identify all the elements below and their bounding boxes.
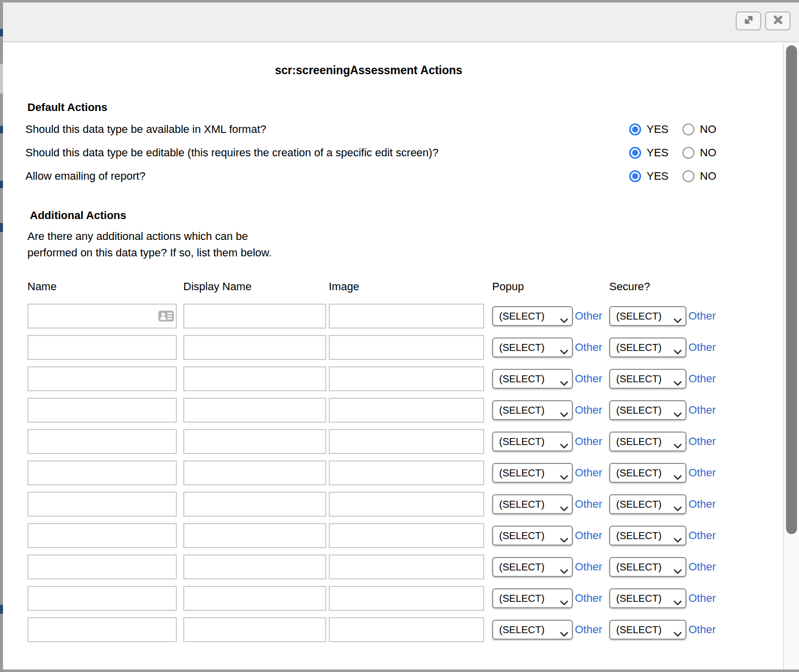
display-name-input[interactable] bbox=[183, 335, 326, 360]
secure-other-link[interactable]: Other bbox=[688, 498, 716, 511]
secure-other-link[interactable]: Other bbox=[688, 466, 716, 479]
secure-select[interactable]: (SELECT) bbox=[609, 526, 686, 546]
image-cell bbox=[329, 523, 484, 548]
secure-select[interactable]: (SELECT) bbox=[609, 557, 686, 577]
image-input[interactable] bbox=[329, 460, 484, 485]
image-input[interactable] bbox=[329, 555, 484, 579]
popup-select[interactable]: (SELECT) bbox=[492, 526, 573, 546]
name-input[interactable] bbox=[27, 366, 177, 391]
secure-select[interactable]: (SELECT) bbox=[609, 588, 686, 608]
display-name-input[interactable] bbox=[183, 523, 326, 548]
scrollbar-track[interactable] bbox=[783, 43, 799, 670]
popup-other-link[interactable]: Other bbox=[575, 498, 602, 511]
popup-other-link[interactable]: Other bbox=[575, 372, 602, 385]
name-input[interactable] bbox=[27, 586, 177, 611]
popup-select[interactable]: (SELECT) bbox=[492, 463, 573, 483]
close-button[interactable] bbox=[765, 11, 791, 30]
dialog-body: scr:screeningAssessment Actions Default … bbox=[3, 43, 799, 670]
display-name-input[interactable] bbox=[183, 366, 326, 391]
secure-select[interactable]: (SELECT) bbox=[609, 369, 686, 389]
image-input[interactable] bbox=[329, 617, 484, 642]
popup-other-link[interactable]: Other bbox=[575, 466, 602, 479]
table-row: (SELECT) Other (SELECT) Other bbox=[27, 492, 734, 517]
popup-select[interactable]: (SELECT) bbox=[492, 620, 573, 640]
radio-no[interactable] bbox=[682, 170, 694, 182]
image-input[interactable] bbox=[329, 304, 484, 329]
popup-select[interactable]: (SELECT) bbox=[492, 400, 573, 420]
popup-select[interactable]: (SELECT) bbox=[492, 306, 573, 326]
popup-other-link[interactable]: Other bbox=[575, 435, 602, 448]
name-input[interactable] bbox=[27, 523, 177, 548]
secure-select[interactable]: (SELECT) bbox=[609, 620, 686, 640]
secure-other-link[interactable]: Other bbox=[688, 435, 716, 448]
radio-yes[interactable] bbox=[629, 123, 641, 135]
image-input[interactable] bbox=[329, 492, 484, 517]
popup-other-link[interactable]: Other bbox=[575, 341, 602, 354]
secure-other-link[interactable]: Other bbox=[688, 560, 716, 573]
popup-other-link[interactable]: Other bbox=[575, 310, 602, 323]
secure-select[interactable]: (SELECT) bbox=[609, 400, 686, 420]
name-input[interactable] bbox=[27, 304, 177, 329]
column-header-display-name: Display Name bbox=[183, 280, 326, 293]
radio-yes[interactable] bbox=[629, 170, 641, 182]
secure-other-link[interactable]: Other bbox=[688, 310, 716, 323]
popup-other-link[interactable]: Other bbox=[575, 560, 602, 573]
display-name-cell bbox=[183, 586, 326, 611]
image-input[interactable] bbox=[329, 398, 484, 423]
secure-select[interactable]: (SELECT) bbox=[609, 463, 686, 483]
popup-select[interactable]: (SELECT) bbox=[492, 557, 573, 577]
display-name-input[interactable] bbox=[183, 555, 326, 579]
image-cell bbox=[329, 398, 484, 423]
table-row: (SELECT) Other (SELECT) Other bbox=[27, 586, 734, 611]
name-input[interactable] bbox=[27, 429, 177, 454]
name-input[interactable] bbox=[27, 460, 177, 485]
dialog-window: scr:screeningAssessment Actions Default … bbox=[3, 2, 799, 670]
secure-other-link[interactable]: Other bbox=[688, 341, 716, 354]
radio-no[interactable] bbox=[682, 147, 694, 159]
expand-button[interactable] bbox=[736, 11, 761, 30]
display-name-input[interactable] bbox=[183, 617, 326, 642]
popup-other-link[interactable]: Other bbox=[575, 592, 602, 605]
image-input[interactable] bbox=[329, 335, 484, 360]
description-line: Are there any additional actions which c… bbox=[27, 228, 734, 244]
image-input[interactable] bbox=[329, 523, 484, 548]
display-name-input[interactable] bbox=[183, 429, 326, 454]
table-row: (SELECT) Other (SELECT) Other bbox=[27, 335, 734, 360]
popup-select[interactable]: (SELECT) bbox=[492, 494, 573, 514]
popup-select[interactable]: (SELECT) bbox=[492, 432, 573, 451]
secure-select[interactable]: (SELECT) bbox=[609, 337, 686, 357]
secure-other-link[interactable]: Other bbox=[688, 623, 716, 636]
secure-select[interactable]: (SELECT) bbox=[609, 432, 686, 451]
image-input[interactable] bbox=[329, 366, 484, 391]
table-header-row: Name Display Name Image Popup Secure? bbox=[27, 280, 734, 293]
popup-other-link[interactable]: Other bbox=[575, 529, 602, 542]
radio-no-label: NO bbox=[700, 170, 716, 183]
popup-select[interactable]: (SELECT) bbox=[492, 588, 573, 608]
secure-other-link[interactable]: Other bbox=[688, 529, 716, 542]
name-input[interactable] bbox=[27, 398, 177, 423]
display-name-input[interactable] bbox=[183, 304, 326, 329]
secure-other-link[interactable]: Other bbox=[688, 404, 716, 417]
popup-select[interactable]: (SELECT) bbox=[492, 337, 573, 357]
name-input[interactable] bbox=[27, 555, 177, 579]
image-input[interactable] bbox=[329, 429, 484, 454]
radio-yes[interactable] bbox=[629, 147, 641, 159]
display-name-input[interactable] bbox=[183, 586, 326, 611]
name-input[interactable] bbox=[27, 617, 177, 642]
name-input[interactable] bbox=[27, 492, 177, 517]
display-name-input[interactable] bbox=[183, 398, 326, 423]
display-name-input[interactable] bbox=[183, 460, 326, 485]
name-cell bbox=[27, 586, 177, 611]
popup-other-link[interactable]: Other bbox=[575, 623, 602, 636]
radio-no[interactable] bbox=[682, 123, 694, 135]
secure-select[interactable]: (SELECT) bbox=[609, 494, 686, 514]
popup-select[interactable]: (SELECT) bbox=[492, 369, 573, 389]
scrollbar-thumb[interactable] bbox=[786, 45, 797, 534]
image-input[interactable] bbox=[329, 586, 484, 611]
secure-select[interactable]: (SELECT) bbox=[609, 306, 686, 326]
name-input[interactable] bbox=[27, 335, 177, 360]
popup-other-link[interactable]: Other bbox=[575, 404, 602, 417]
secure-other-link[interactable]: Other bbox=[688, 592, 716, 605]
display-name-input[interactable] bbox=[183, 492, 326, 517]
secure-other-link[interactable]: Other bbox=[688, 372, 716, 385]
